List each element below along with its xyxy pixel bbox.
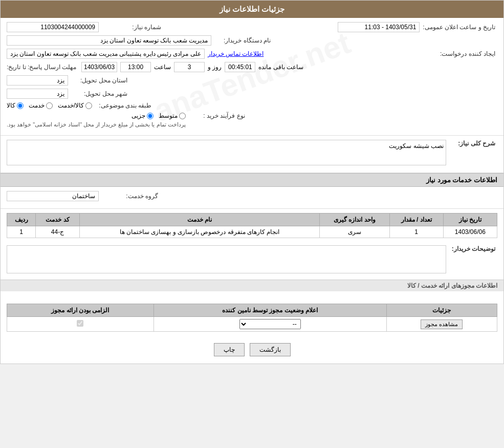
general-desc-label: شرح کلی نیاز: [446, 140, 497, 147]
purchase-type-mutavasit[interactable]: متوسط [159, 112, 186, 119]
kala-label: کالا [7, 102, 15, 109]
deadline-date-value: 1403/06/03 [81, 62, 117, 72]
services-table: تاریخ نیاز تعداد / مقدار واحد اندازه گیر… [7, 213, 497, 238]
service-group-label: گروه خدمت: [99, 193, 160, 200]
item-type-khidmat[interactable]: خدمت [29, 102, 53, 109]
delivery-province-value: یزد [7, 75, 68, 86]
delivery-city-value: یزد [7, 89, 68, 99]
service-code-cell: ج-44 [36, 226, 80, 238]
page-title: جزئیات اطلاعات نیاز [1, 1, 503, 18]
col-unit: واحد اندازه گیری [320, 214, 389, 226]
back-button[interactable]: بازگشت [250, 343, 291, 356]
radio-kala[interactable] [17, 102, 24, 109]
jozi-label: جزیی [132, 112, 145, 119]
service-name-cell: انجام کارهای متفرقه درخصوص بازسازی و بهس… [79, 226, 319, 238]
purchase-type-note: پرداخت تمام یا بخشی از مبلغ خریدار از مح… [7, 121, 186, 128]
requester-label: ایجاد کننده درخواست: [436, 50, 497, 57]
col-quantity: تعداد / مقدار [389, 214, 443, 226]
permits-table: جزئیات اعلام وضعیت مجوز توسط نامین کننده… [7, 304, 497, 332]
need-number-label: شماره نیاز: [102, 24, 163, 31]
permits-sub-header: اطلاعات مجوزهای ارائه خدمت / کالا [1, 280, 503, 291]
remaining-time-value: 00:45:01 [225, 62, 255, 72]
permit-required-cell [7, 317, 154, 332]
kala-khidmat-label: کالا/خدمت [58, 102, 84, 109]
publication-datetime-label: تاریخ و ساعت اعلان عمومی: [423, 24, 497, 31]
bottom-buttons: بازگشت چاپ [1, 336, 503, 364]
item-type-kala-khidmat[interactable]: کالا/خدمت [58, 102, 92, 109]
supplier-status-select[interactable]: -- [239, 319, 301, 329]
permits-table-wrapper: جزئیات اعلام وضعیت مجوز توسط نامین کننده… [1, 300, 503, 336]
col-service-code: کد خدمت [36, 214, 80, 226]
permit-supplier-cell[interactable]: -- [154, 317, 386, 332]
quantity-cell: 1 [389, 226, 443, 238]
col-permit-supplier-status: اعلام وضعیت مجوز توسط نامین کننده [154, 304, 386, 317]
view-permit-button[interactable]: مشاهده مجوز [421, 319, 463, 329]
general-desc-textarea[interactable] [7, 140, 446, 165]
col-need-date: تاریخ نیاز [443, 214, 497, 226]
col-permit-required: الزامی بودن ارائه مجوز [7, 304, 154, 317]
remaining-time-label: ساعت باقی مانده [258, 63, 303, 71]
services-section-header: اطلاعات خدمات مورد نیاز [1, 173, 503, 187]
radio-mutavasit[interactable] [179, 113, 186, 119]
time-label-static: ساعت [154, 63, 171, 71]
buyer-desc-textarea[interactable] [7, 245, 446, 273]
table-row: 1403/06/06 1 سری انجام کارهای متفرقه درخ… [7, 226, 497, 238]
col-service-name: نام خدمت [79, 214, 319, 226]
need-number-value: 1103004244000009 [7, 22, 99, 32]
col-row: ردیف [7, 214, 36, 226]
buyer-desc-label: توضیحات خریدار: [446, 245, 497, 252]
item-type-group: کالا/خدمت خدمت کالا [7, 102, 92, 109]
permit-required-checkbox [77, 320, 83, 327]
deadline-time-value: 13:00 [120, 62, 151, 72]
col-permit-details: جزئیات [386, 304, 497, 317]
deadline-label: مهلت ارسال پاسخ: تا تاریخ: [7, 63, 78, 71]
radio-jozi[interactable] [147, 113, 154, 119]
contact-info-link[interactable]: اطلاعات تماس خریدار [208, 50, 264, 57]
purchase-type-label: نوع فرآیند خرید : [186, 112, 247, 119]
purchase-type-jozi[interactable]: جزیی [132, 112, 154, 119]
permit-details-cell[interactable]: مشاهده مجوز [386, 317, 497, 332]
table-row: مشاهده مجوز -- [7, 317, 497, 332]
days-label: روز و [208, 63, 222, 71]
radio-kala-khidmat[interactable] [85, 102, 92, 109]
delivery-province-label: استان محل تحویل: [68, 77, 129, 84]
row-num-cell: 1 [7, 226, 36, 238]
khidmat-label: خدمت [29, 102, 45, 109]
item-type-kala[interactable]: کالا [7, 102, 24, 109]
days-value: 3 [174, 62, 205, 72]
need-date-cell: 1403/06/06 [443, 226, 497, 238]
mutavasit-label: متوسط [159, 112, 178, 119]
radio-khidmat[interactable] [46, 102, 53, 109]
requester-value: علی مرادی رئیس دایره پشتیبانی مدیریت شعب… [7, 49, 205, 59]
delivery-city-label: شهر محل تحویل: [68, 90, 129, 97]
service-group-value: ساختمان [7, 191, 99, 201]
print-button[interactable]: چاپ [214, 343, 245, 356]
buyer-org-label: نام دستگاه خریدار: [211, 37, 273, 44]
services-table-wrapper: تاریخ نیاز تعداد / مقدار واحد اندازه گیر… [1, 209, 503, 242]
item-type-label: طبقه بندی موضوعی: [92, 102, 154, 109]
publication-datetime-value: 1403/05/31 - 11:03 [338, 22, 420, 32]
unit-cell: سری [320, 226, 389, 238]
buyer-org-value: مدیریت شعب بانک توسعه تعاون استان یزد [7, 35, 211, 46]
